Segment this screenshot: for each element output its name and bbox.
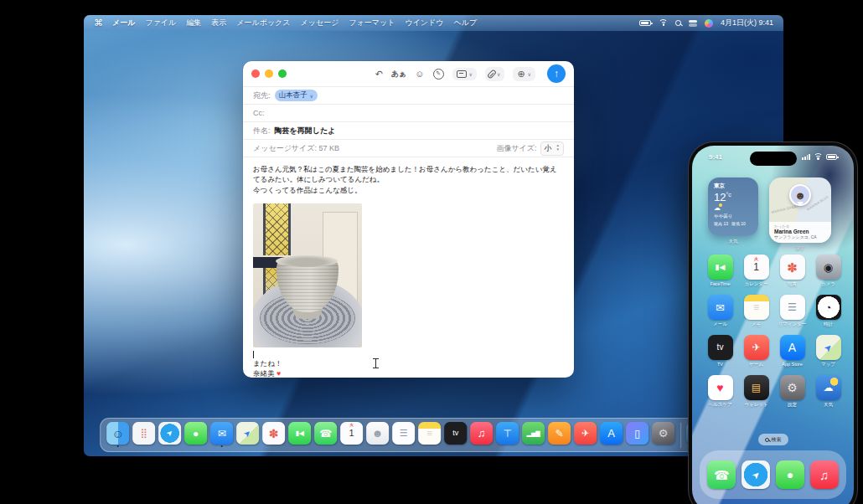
phone-dock-safari[interactable]: ➤: [742, 460, 770, 489]
to-field[interactable]: 宛先: 山本杏子 ∨: [243, 86, 574, 104]
pottery-photo: [253, 203, 362, 347]
dock-pages[interactable]: ✎: [548, 422, 571, 448]
recipient-chip[interactable]: 山本杏子 ∨: [275, 90, 318, 101]
menu-item[interactable]: メール: [112, 18, 135, 28]
insert-button[interactable]: ⊕ ∨: [513, 67, 535, 81]
battery-icon[interactable]: [639, 20, 651, 26]
attach-button[interactable]: ∨: [485, 67, 504, 81]
send-button[interactable]: ↑: [547, 64, 566, 83]
cc-field[interactable]: Cc:: [243, 104, 574, 121]
format-pane-button[interactable]: ∨: [452, 68, 477, 80]
phone-dock-phone[interactable]: ☎: [707, 460, 736, 489]
image-size-select[interactable]: 小 ▲▼: [540, 141, 564, 156]
menu-item[interactable]: メールボックス: [236, 18, 290, 28]
heart-emoji: ♥: [276, 369, 281, 378]
dock-photos[interactable]: ✽: [262, 422, 286, 448]
dock: ☺ • ⣿ ➤: [100, 418, 742, 452]
dock-settings[interactable]: ⚙: [652, 422, 675, 448]
app-facetime[interactable]: ▮◀ FaceTime: [703, 255, 738, 287]
menu-item[interactable]: ウインドウ: [405, 18, 443, 28]
siri-icon[interactable]: [705, 19, 713, 28]
app-maps[interactable]: ➤ マップ: [811, 335, 846, 368]
apple-menu-icon[interactable]: ⌘: [94, 18, 103, 28]
undo-icon[interactable]: ↶: [375, 69, 383, 79]
body-paragraph: お母さん元気？私はこの夏また陶芸を始めました！お母さんから教わったこと、だいたい…: [253, 164, 564, 185]
menu-item[interactable]: ヘルプ: [454, 18, 478, 28]
dock-maps[interactable]: ➤: [236, 422, 260, 448]
menu-item[interactable]: フォーマット: [349, 18, 395, 28]
control-center-icon[interactable]: [689, 20, 697, 27]
dock-safari[interactable]: ➤: [158, 422, 182, 448]
phone-dock-music[interactable]: ♫: [810, 460, 839, 489]
desktop-canvas: ⌘ メールファイル編集表示メールボックスメッセージフォーマットウインドウヘルプ …: [0, 0, 863, 504]
iphone-clock: 9:41: [709, 153, 722, 161]
app-calendar[interactable]: 火 1 カレンダー: [739, 255, 774, 287]
dock-mail[interactable]: ✉ •: [210, 422, 234, 448]
search-label: 検索: [772, 436, 782, 444]
app-wallet[interactable]: ▤ ウォレット: [739, 375, 774, 408]
dock-messages[interactable]: ●: [184, 422, 208, 448]
weather-widget[interactable]: 東京 12°c ☁ やや曇り 最高 13最低 10: [708, 177, 758, 236]
iphone-screen: 9:41 東京 12°c ☁ やや曇り: [692, 146, 854, 504]
menu-bar-status: 4月1日(火) 9:41: [639, 18, 773, 28]
dock-music[interactable]: ♫: [470, 422, 494, 448]
zoom-button[interactable]: [278, 69, 287, 78]
app-tv[interactable]: tv TV: [703, 335, 738, 368]
dock-finder[interactable]: ☺ •: [106, 422, 130, 448]
dock-numbers[interactable]: ▂▅▇: [522, 422, 545, 448]
mail-compose-window: ↶ あぁ ☺ ✎ ∨ ∨ ⊕ ∨: [243, 61, 574, 378]
spotlight-search-icon[interactable]: [675, 20, 681, 26]
dock-launchpad[interactable]: ⣿: [132, 422, 156, 448]
dock-appstore[interactable]: A: [600, 422, 623, 448]
dock-keynote[interactable]: ⊤: [496, 422, 519, 448]
cc-label: Cc:: [253, 109, 265, 117]
dock-iphone-mirroring[interactable]: ▯: [626, 422, 649, 448]
ibeam-cursor: [373, 358, 379, 368]
text-format-icon[interactable]: あぁ: [391, 70, 406, 78]
app-clock[interactable]: ◔ 時計: [811, 295, 846, 327]
to-label: 宛先:: [253, 90, 271, 101]
widget-label-weather: 天気: [729, 239, 738, 244]
menu-item[interactable]: 編集: [186, 18, 201, 28]
findmy-widget[interactable]: MARINA GREEN DR MARINA BLVD ☻ たった今 Marin…: [769, 177, 831, 243]
dock-reminders[interactable]: ☰: [392, 422, 416, 448]
writing-tools-icon[interactable]: ✎: [433, 69, 444, 80]
subject-field[interactable]: 件名: 陶芸を再開したよ: [243, 121, 574, 139]
message-body[interactable]: お母さん元気？私はこの夏また陶芸を始めました！お母さんから教わったこと、だいたい…: [243, 157, 574, 379]
wifi-icon[interactable]: [659, 19, 668, 27]
dock-phone[interactable]: ☎: [314, 422, 338, 448]
app-camera[interactable]: ◉ カメラ: [811, 255, 846, 287]
toolbar-icons: ↶ あぁ ☺ ✎ ∨ ∨ ⊕ ∨: [375, 67, 535, 81]
app-mail[interactable]: ✉ メール: [703, 295, 738, 327]
app-settings[interactable]: ⚙ 設定: [775, 375, 810, 408]
weather-city: 東京: [714, 183, 752, 190]
chevron-down-icon: ∨: [469, 71, 473, 77]
dock-contacts[interactable]: ☻: [366, 422, 390, 448]
dock-facetime[interactable]: ▮◀: [288, 422, 312, 448]
app-notes[interactable]: ≡ メモ: [739, 295, 774, 327]
dock-tv[interactable]: tv: [444, 422, 468, 448]
widget-row: 東京 12°c ☁ やや曇り 最高 13最低 10 天気 MARIN: [692, 177, 854, 251]
menu-clock[interactable]: 4月1日(火) 9:41: [721, 18, 773, 28]
app-reminders[interactable]: ☰ リマインダー: [775, 295, 810, 327]
phone-dock-messages[interactable]: ●: [776, 460, 804, 489]
menu-item[interactable]: メッセージ: [301, 18, 339, 28]
dock-notes[interactable]: ≡: [418, 422, 442, 448]
app-appstore[interactable]: A App Store: [775, 335, 810, 368]
app-games[interactable]: ✈ ゲーム: [739, 335, 774, 368]
emoji-icon[interactable]: ☺: [415, 69, 424, 79]
findmy-city: サンフランシスコ, CA: [774, 234, 826, 239]
close-button[interactable]: [251, 69, 260, 78]
menu-item[interactable]: 表示: [211, 18, 226, 28]
chevron-down-icon: ∨: [528, 71, 531, 77]
avatar: ☻: [789, 184, 811, 206]
app-health[interactable]: ♥ ヘルスケア: [703, 375, 738, 408]
search-pill[interactable]: 検索: [758, 434, 788, 445]
minimize-button[interactable]: [265, 69, 273, 78]
dock-calendar[interactable]: 火 1: [340, 422, 364, 448]
app-weather[interactable]: ☁ 天気: [811, 375, 846, 408]
app-photos[interactable]: ✽ 写真: [775, 255, 810, 287]
iphone-status-bar: 9:41: [692, 153, 854, 161]
dock-games[interactable]: ✈: [574, 422, 597, 448]
menu-item[interactable]: ファイル: [145, 18, 176, 28]
